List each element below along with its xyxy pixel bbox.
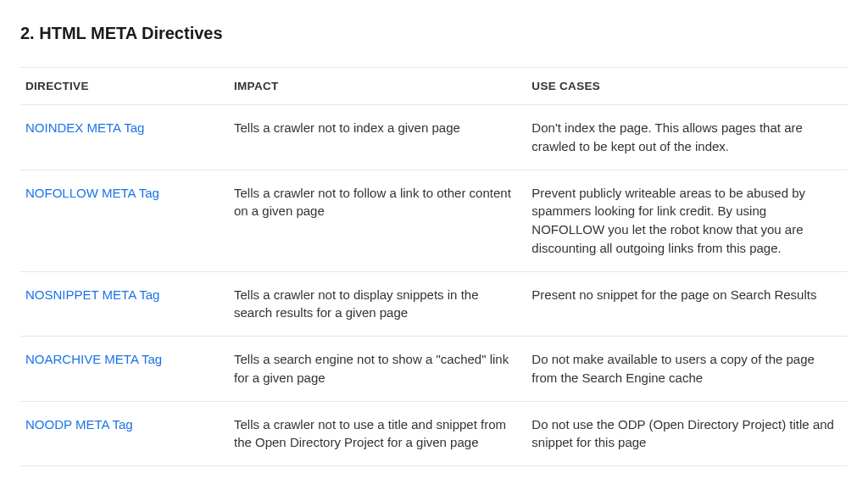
usecases-cell: Prevent publicly writeable areas to be a… (525, 170, 848, 271)
usecases-cell: Do not make available to users a copy of… (525, 337, 848, 402)
section-heading: 2. HTML META Directives (20, 24, 848, 43)
table-row: NOARCHIVE META Tag Tells a search engine… (20, 337, 848, 402)
impact-cell: Tells a search engine not to show a "cac… (227, 337, 525, 402)
table-row: NOINDEX META Tag Tells a crawler not to … (20, 105, 848, 170)
table-row: NOSNIPPET META Tag Tells a crawler not t… (20, 271, 848, 337)
impact-cell: Tells a crawler not to display snippets … (227, 271, 525, 337)
usecases-cell: Do not use the ODP (Open Directory Proje… (525, 401, 848, 466)
impact-cell: Tells a crawler not to use a title and s… (227, 401, 525, 466)
impact-cell: Tells a crawler not to index a given pag… (227, 105, 525, 170)
meta-directives-table: DIRECTIVE IMPACT USE CASES NOINDEX META … (20, 67, 848, 466)
header-impact: IMPACT (227, 68, 525, 105)
directive-link-noodp[interactable]: NOODP META Tag (25, 417, 133, 432)
header-directive: DIRECTIVE (20, 68, 227, 105)
header-usecases: USE CASES (525, 68, 848, 105)
directive-link-noarchive[interactable]: NOARCHIVE META Tag (25, 352, 162, 366)
table-row: NOODP META Tag Tells a crawler not to us… (20, 401, 848, 466)
directive-link-noindex[interactable]: NOINDEX META Tag (25, 120, 144, 135)
impact-cell: Tells a crawler not to follow a link to … (227, 170, 525, 271)
usecases-cell: Present no snippet for the page on Searc… (525, 271, 848, 337)
directive-link-nofollow[interactable]: NOFOLLOW META Tag (25, 186, 159, 200)
table-row: NOFOLLOW META Tag Tells a crawler not to… (20, 170, 848, 271)
table-header-row: DIRECTIVE IMPACT USE CASES (20, 68, 848, 105)
usecases-cell: Don't index the page. This allows pages … (525, 105, 848, 170)
directive-link-nosnippet[interactable]: NOSNIPPET META Tag (25, 287, 159, 302)
